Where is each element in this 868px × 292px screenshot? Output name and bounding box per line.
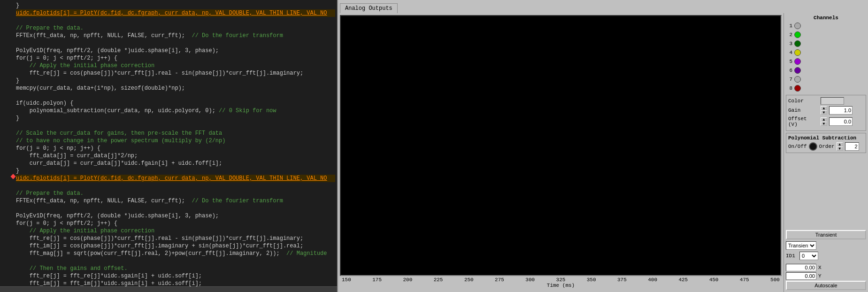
color-row: Color [788,97,864,105]
code-text: // Then the gains and offset. [16,265,335,272]
x-axis-tick-label: 150 [342,277,351,283]
analog-main: 1501752002252502753003253503754004254504… [338,13,868,292]
code-text: fft_re[j] = fft_re[j]*uidc.sgain[i] + ui… [16,272,335,280]
channel-number: 4 [786,50,792,55]
offset-up-btn[interactable]: ▲ [821,117,827,122]
color-gain-offset-section: Color Gain ▲ ▼ Offset (V) ▲ ▼ [786,95,866,131]
channel-row-4[interactable]: 4 [786,48,866,57]
code-text: fft_re[j] = cos(phase[j])*curr_fft[j].re… [16,235,335,242]
code-line-11: } [0,77,335,85]
x-axis-tick-label: 425 [678,277,688,283]
polynomial-subtraction-section: Polynomial Subtraction On/Off Order ▲ ▼ [786,133,866,153]
gain-up-btn[interactable]: ▲ [821,106,827,110]
code-text: for(j = 0; j < npfft/2; j++) { [16,54,335,62]
offset-label: Offset (V) [788,116,819,127]
offset-spinner[interactable]: ▲ ▼ [821,117,827,126]
channel-row-3[interactable]: 3 [786,39,866,48]
channel-number: 2 [786,32,792,38]
channel-dot-icon[interactable] [794,58,801,65]
x-axis-tick-label: 225 [434,277,443,283]
code-line-22: curr_data[j] = curr_data[j]*uidc.fgain[i… [0,160,335,167]
code-text: // Prepare the data. [16,24,335,32]
code-line-33: fft_im[j] = cos(phase[j])*curr_fft[j].im… [0,242,335,250]
code-line-21: fft_data[j] = curr_data[j]*2/np; [0,152,335,160]
gain-row: Gain ▲ ▼ [788,106,864,115]
color-swatch[interactable] [821,97,844,105]
channel-dot-icon[interactable] [794,49,801,56]
code-text: PolyEv1D(freq, npfft/2, (double *)uidc.s… [16,212,335,220]
code-line-24: uidc.fplotids[i] = PlotY(dc.fid, dc.fgra… [0,175,335,182]
x-axis-tick-label: 250 [464,277,474,283]
x-axis-tick-label: 475 [740,277,749,283]
poly-toggle[interactable] [809,142,817,151]
code-text: // Apply the initial phase correction [16,62,335,69]
order-spinner[interactable]: ▲ ▼ [837,142,843,151]
code-horizontal-scrollbar[interactable] [0,286,337,292]
id-row: ID1 0 [786,252,866,260]
channel-dot-icon[interactable] [794,76,801,83]
order-down-btn[interactable]: ▼ [837,146,843,151]
channel-dot-icon[interactable] [794,85,801,92]
channel-row-7[interactable]: 7 [786,75,866,84]
code-text: fft_data[j] = curr_data[j]*2/np; [16,152,335,160]
id-select[interactable]: 0 [799,252,818,260]
code-text: FFTEx(fft_data, np, npfft, NULL, FALSE, … [16,32,335,39]
tab-bar: Analog Outputs [338,0,868,13]
offset-input[interactable] [829,117,853,126]
gain-input[interactable] [829,106,853,115]
code-line-4: // Prepare the data. [0,24,335,32]
channel-number: 6 [786,68,792,73]
id-label: ID1 [786,253,798,259]
code-line-6 [0,39,335,47]
code-line-12: memcpy(curr_data, data+(i*np), sizeof(do… [0,85,335,92]
x-axis-tick-label: 350 [587,277,596,283]
x-axis-tick-label: 325 [556,277,566,283]
channel-row-2[interactable]: 2 [786,31,866,39]
code-line-23: } [0,167,335,175]
order-input[interactable] [845,142,859,151]
gain-down-btn[interactable]: ▼ [821,110,827,115]
x-axis-tick-label: 400 [648,277,657,283]
channel-row-5[interactable]: 5 [786,57,866,66]
code-line-26: // Prepare the data. [0,190,335,197]
line-marker [10,175,16,178]
x-axis: 1501752002252502753003253503754004254504… [340,276,782,290]
code-text: polynomial_subtraction(curr_data, np, ui… [16,107,335,115]
transient-select[interactable]: Transient 5 [786,241,816,250]
code-line-8: for(j = 0; j < npfft/2; j++) { [0,54,335,62]
controls-panel: Channels 12345678 Color Gain ▲ ▼ O [784,13,868,292]
channel-dot-icon[interactable] [794,31,801,38]
channel-row-1[interactable]: 1 [786,22,866,30]
channel-row-8[interactable]: 8 [786,84,866,92]
gain-spinner[interactable]: ▲ ▼ [821,106,827,115]
channel-dot-icon[interactable] [794,23,801,29]
code-text: // Scale the curr_data for gains, then p… [16,130,335,137]
poly-controls-row: On/Off Order ▲ ▼ [788,142,864,151]
channel-dot-icon[interactable] [794,40,801,47]
channel-row-6[interactable]: 6 [786,66,866,75]
code-line-18: // Scale the curr_data for gains, then p… [0,130,335,137]
code-line-25 [0,182,335,190]
x-axis-title: Time (ms) [340,283,782,288]
channel-list: 12345678 [786,22,866,92]
code-content[interactable]: }uidc.fplotids[i] = PlotY(dc.fid, dc.fgr… [0,0,337,286]
code-line-2: uidc.fplotids[i] = PlotY(dc.fid, dc.fgra… [0,9,335,17]
code-line-17 [0,122,335,130]
analog-outputs-tab[interactable]: Analog Outputs [340,3,398,13]
coord-section: X Y Autoscale [786,264,866,290]
code-line-20: for(j = 0; j < np; j++) { [0,145,335,152]
autoscale-button[interactable]: Autoscale [786,281,866,290]
onoff-label: On/Off [788,144,807,149]
transient-row: Transient 5 [786,241,866,250]
code-text: memcpy(curr_data, data+(i*np), sizeof(do… [16,85,335,92]
channel-number: 7 [786,77,792,82]
coord-x-row: X [786,264,866,271]
code-text: fft_im[j] = fft_im[j]*uidc.sgain[i] + ui… [16,280,335,286]
code-text: // Prepare the data. [16,190,335,197]
bottom-controls: Transient Transient 5 ID1 0 X [786,230,866,290]
code-text: for(j = 0; j < np; j++) { [16,145,335,152]
offset-down-btn[interactable]: ▼ [821,122,827,126]
channel-dot-icon[interactable] [794,67,801,74]
order-up-btn[interactable]: ▲ [837,142,843,146]
transient-button[interactable]: Transient [786,230,866,239]
